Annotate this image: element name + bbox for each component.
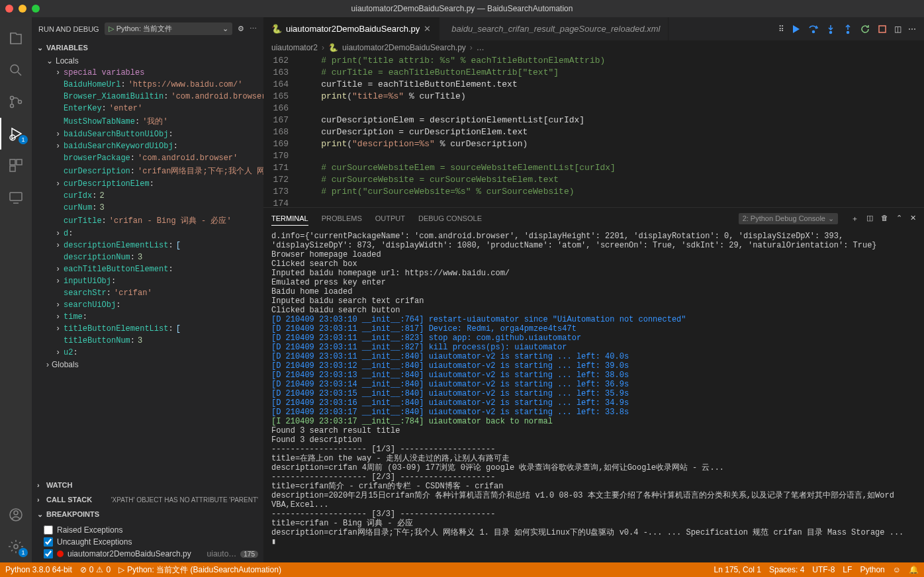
tab-debug-console[interactable]: DEBUG CONSOLE (418, 212, 482, 225)
split-editor-icon[interactable]: ◫ (894, 24, 901, 34)
start-debug-icon[interactable]: ▷ (109, 24, 114, 33)
maximize-panel-icon[interactable]: ⌃ (896, 214, 902, 224)
variable-row[interactable]: ›inputUiObj: (36, 275, 263, 287)
breadcrumb-item[interactable]: … (477, 43, 485, 52)
tab-terminal[interactable]: TERMINAL (271, 212, 308, 226)
status-language[interactable]: Python (860, 565, 884, 574)
extensions-icon[interactable] (0, 150, 32, 181)
drag-handle-icon[interactable]: ⠿ (778, 24, 784, 34)
status-notifications-icon[interactable]: 🔔 (909, 565, 919, 574)
svg-rect-6 (17, 159, 22, 165)
variable-row[interactable]: Browser_XiaomiBuiltin:'com.android.brows… (36, 91, 263, 103)
restart-button[interactable] (860, 24, 870, 34)
variable-row[interactable]: titleButtonNum:3 (36, 335, 263, 347)
variable-row[interactable]: searchStr:'crifan' (36, 287, 263, 299)
variable-row[interactable]: ›time: (36, 311, 263, 323)
variable-row[interactable]: browserPackage:'com.android.browser' (36, 152, 263, 164)
editor-area: 🐍uiautomator2DemoBaiduSearch.py✕baidu_se… (263, 17, 924, 562)
variable-row[interactable]: ›curDescriptionElem: (36, 178, 263, 190)
source-control-icon[interactable] (0, 86, 32, 118)
variable-row[interactable]: ›searchUiObj: (36, 299, 263, 311)
bp-raised-exceptions[interactable]: Raised Exceptions (44, 524, 258, 536)
bp-uncaught-exceptions[interactable]: Uncaught Exceptions (44, 536, 258, 548)
status-feedback-icon[interactable]: ☺ (893, 565, 901, 574)
variable-row[interactable]: ›baiduSearchKeywordUiObj: (36, 140, 263, 152)
step-out-button[interactable] (843, 24, 853, 34)
accounts-icon[interactable] (0, 499, 32, 531)
section-watch[interactable]: › WATCH (32, 478, 263, 492)
bottom-panel: TERMINAL PROBLEMS OUTPUT DEBUG CONSOLE 2… (263, 207, 924, 562)
step-over-button[interactable] (808, 24, 819, 34)
variable-row[interactable]: curIdx:2 (36, 190, 263, 202)
status-problems[interactable]: ⊘0 ⚠0 (80, 565, 111, 574)
debug-config-picker[interactable]: ▷ Python: 当前文件 ⌄ (105, 22, 232, 35)
scope-locals[interactable]: ⌄ Locals (36, 55, 263, 67)
bp-checkbox[interactable] (44, 537, 53, 547)
error-icon: ⊘ (80, 565, 87, 574)
panel-tabs: TERMINAL PROBLEMS OUTPUT DEBUG CONSOLE 2… (263, 208, 924, 229)
breadcrumb-item[interactable]: uiautomator2 (271, 43, 318, 52)
status-eol[interactable]: LF (843, 565, 852, 574)
chevron-right-icon: › (37, 481, 44, 489)
code-editor[interactable]: 1621631641651661671681691701711721731741… (263, 55, 924, 207)
variable-row[interactable]: BaiduHomeUrl:'https://www.baidu.com/' (36, 79, 263, 91)
gear-icon[interactable]: ⚙ (238, 24, 244, 33)
variable-row[interactable]: ›d: (36, 228, 263, 240)
debug-toolbar: ⠿ ◫ ⋯ (770, 17, 924, 40)
variable-row[interactable]: MustShowTabName:'我的' (36, 114, 263, 128)
tab-output[interactable]: OUTPUT (375, 212, 405, 225)
activity-bar: 1 1 (0, 17, 32, 562)
chevron-down-icon[interactable]: ⌄ (222, 24, 228, 33)
more-icon[interactable]: ⋯ (250, 24, 257, 33)
breadcrumb-item[interactable]: uiautomator2DemoBaiduSearch.py (342, 43, 466, 52)
explorer-icon[interactable] (0, 22, 32, 54)
section-call-stack[interactable]: › CALL STACK 'XPATH' OBJECT HAS NO ATTRI… (32, 492, 263, 507)
editor-tab[interactable]: 🐍uiautomator2DemoBaiduSearch.py✕ (263, 17, 439, 40)
variable-row[interactable]: ›baiduSearchButtonUiObj: (36, 128, 263, 140)
new-terminal-icon[interactable]: ＋ (851, 214, 858, 224)
variable-row[interactable]: ›descriptionElementList:[ (36, 240, 263, 251)
terminal-picker[interactable]: 2: Python Debug Console ⌄ (739, 213, 838, 224)
status-indentation[interactable]: Spaces: 4 (769, 565, 804, 574)
scope-globals[interactable]: › Globals (36, 359, 263, 371)
variable-row[interactable]: curDescription:'crifan网络目录;下午;我个人 网络释… (36, 164, 263, 178)
close-panel-icon[interactable]: ✕ (910, 214, 916, 224)
search-icon[interactable] (0, 54, 32, 86)
variable-row[interactable]: ›u2: (36, 347, 263, 359)
variable-row[interactable]: ›eachTitleButtonElement: (36, 263, 263, 275)
variable-row[interactable]: ›titleButtonElementList:[ (36, 323, 263, 335)
breadcrumbs[interactable]: uiautomator2 › 🐍 uiautomator2DemoBaiduSe… (263, 40, 924, 55)
settings-badge: 1 (19, 548, 28, 557)
terminal-output[interactable]: d.info={'currentPackageName': 'com.andro… (263, 229, 924, 562)
bp-checkbox[interactable] (44, 549, 53, 558)
status-python-version[interactable]: Python 3.8.0 64-bit (5, 565, 72, 574)
variable-row[interactable]: curNum:3 (36, 202, 263, 214)
status-cursor-position[interactable]: Ln 175, Col 1 (714, 565, 761, 574)
bp-checkbox[interactable] (44, 525, 53, 535)
variable-row[interactable]: EnterKey:'enter' (36, 103, 263, 114)
continue-button[interactable] (791, 24, 802, 34)
run-debug-icon[interactable]: 1 (0, 118, 32, 150)
section-breakpoints[interactable]: ⌄ BREAKPOINTS (32, 507, 263, 521)
stop-button[interactable] (877, 24, 888, 34)
status-debug-config[interactable]: ▷ Python: 当前文件 (BaiduSearchAutomation) (118, 564, 281, 576)
section-variables[interactable]: ⌄ VARIABLES (32, 40, 263, 55)
more-actions-icon[interactable]: ⋯ (908, 24, 916, 34)
variable-row[interactable]: curTitle:'crifan - Bing 词典 - 必应' (36, 214, 263, 228)
variable-row[interactable]: descriptionNum:3 (36, 251, 263, 263)
close-window[interactable] (5, 5, 13, 13)
split-terminal-icon[interactable]: ◫ (866, 214, 873, 224)
kill-terminal-icon[interactable]: 🗑 (881, 214, 888, 224)
breakpoint-dot-icon (57, 551, 64, 557)
tab-problems[interactable]: PROBLEMS (322, 212, 362, 225)
variable-row[interactable]: ›special variables (36, 67, 263, 79)
remote-icon[interactable] (0, 181, 32, 213)
status-encoding[interactable]: UTF-8 (812, 565, 835, 574)
zoom-window[interactable] (32, 5, 40, 13)
bp-file[interactable]: uiautomator2DemoBaiduSearch.py uiauto… 1… (44, 548, 258, 560)
minimize-window[interactable] (19, 5, 26, 13)
settings-gear-icon[interactable]: 1 (0, 531, 32, 562)
step-into-button[interactable] (825, 24, 836, 34)
editor-tab[interactable]: baidu_search_crifan_result_pageSource_re… (439, 17, 669, 40)
close-tab-icon[interactable]: ✕ (424, 24, 431, 34)
